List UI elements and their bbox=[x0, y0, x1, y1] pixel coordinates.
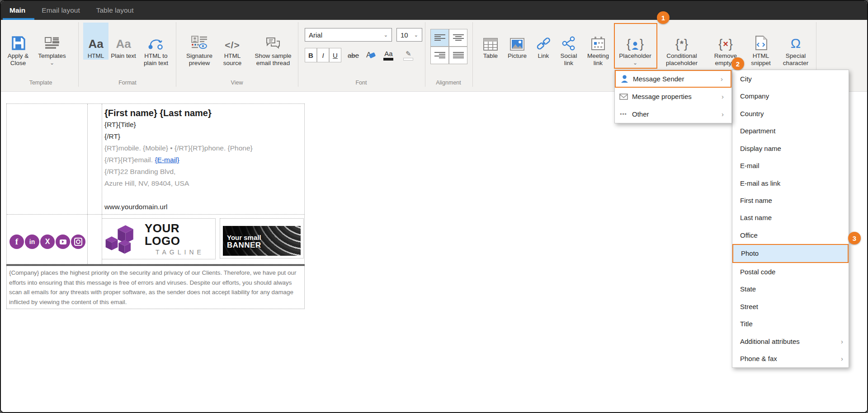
signature-preview-icon bbox=[191, 23, 208, 51]
align-justify-button[interactable] bbox=[449, 47, 467, 64]
signature-phones: {RT}mobile. {Mobile} • {/RT}{RT}phone. {… bbox=[104, 142, 299, 154]
omega-icon: Ω bbox=[791, 23, 801, 51]
submenu-item[interactable]: Postal code bbox=[732, 263, 849, 280]
chevron-down-icon: ⌄ bbox=[50, 61, 54, 65]
submenu-item[interactable]: E-mail bbox=[732, 157, 849, 174]
placeholder-person-icon: { } bbox=[627, 23, 644, 51]
ribbon-tab[interactable]: Table layout bbox=[96, 6, 134, 14]
banner-image[interactable]: Your small BANNER bbox=[220, 218, 304, 258]
submenu-item[interactable]: Country bbox=[732, 105, 849, 122]
html-snippet-button[interactable]: HTML snippet bbox=[747, 23, 775, 66]
disclaimer-text: {Company} places the highest priority on… bbox=[7, 266, 304, 307]
placeholder-button[interactable]: { } Placeholder ⌄ bbox=[615, 23, 656, 65]
group-divider bbox=[425, 22, 425, 87]
group-divider bbox=[176, 22, 176, 87]
underline-button[interactable]: U bbox=[329, 48, 341, 62]
facebook-icon[interactable]: f bbox=[9, 235, 24, 249]
ribbon-tab[interactable]: Main bbox=[9, 6, 25, 14]
instagram-icon[interactable] bbox=[71, 235, 85, 249]
menu-item-message-sender[interactable]: Message Sender › bbox=[615, 70, 731, 88]
submenu-item[interactable]: Phone & fax bbox=[732, 350, 849, 367]
link-button[interactable]: Link bbox=[533, 23, 553, 60]
submenu-item[interactable]: Additional attributes bbox=[732, 333, 849, 350]
format-plain-text-button[interactable]: Aa Plain text bbox=[111, 23, 136, 60]
table-icon bbox=[483, 23, 498, 51]
italic-button[interactable]: I bbox=[317, 48, 329, 62]
submenu-item[interactable]: State bbox=[732, 281, 849, 298]
templates-button[interactable]: Templates ⌄ bbox=[36, 23, 68, 65]
format-html-button[interactable]: Aa HTML bbox=[83, 23, 108, 60]
submenu-item[interactable]: Street bbox=[732, 298, 849, 315]
submenu-arrow-icon: › bbox=[721, 75, 731, 83]
signature-editor-window: Main Email layout Table layout Apply & C… bbox=[0, 0, 868, 413]
x-twitter-icon[interactable]: X bbox=[40, 235, 55, 249]
ellipsis-icon: ••• bbox=[615, 111, 632, 117]
align-right-button[interactable] bbox=[430, 47, 449, 64]
submenu-item[interactable]: Title bbox=[732, 315, 849, 333]
signature-title-line: {RT}{Title} bbox=[104, 119, 299, 131]
signature-preview-button[interactable]: Signature preview bbox=[183, 23, 216, 66]
apply-close-button[interactable]: Apply & Close bbox=[4, 23, 33, 66]
signature-table[interactable]: {First name} {Last name} {RT}{Title} {/R… bbox=[6, 103, 305, 264]
menu-item-message-properties[interactable]: Message properties › bbox=[615, 88, 731, 105]
picture-button[interactable]: Picture bbox=[505, 23, 529, 60]
signature-website: www.yourdomain.url bbox=[104, 201, 299, 213]
envelope-icon bbox=[615, 94, 632, 100]
submenu-item[interactable]: City bbox=[732, 70, 849, 87]
show-sample-thread-button[interactable]: Show sample email thread bbox=[249, 23, 297, 66]
email-placeholder-link[interactable]: {E-mail} bbox=[155, 156, 179, 164]
logo-text: YOUR LOGO TAGLINE bbox=[145, 222, 215, 256]
signature-blank-line bbox=[104, 189, 299, 201]
conditional-placeholder-icon: { * } bbox=[675, 23, 688, 51]
submenu-item[interactable]: Last name bbox=[732, 209, 849, 226]
submenu-item[interactable]: First name bbox=[732, 192, 849, 209]
font-name-combobox[interactable]: Arial ⌄ bbox=[305, 28, 392, 42]
menu-item-other[interactable]: ••• Other › bbox=[615, 105, 731, 123]
group-label-template: Template bbox=[10, 80, 71, 86]
code-icon: </> bbox=[225, 23, 240, 51]
font-size-combobox[interactable]: 10 ⌄ bbox=[396, 28, 422, 42]
social-link-button[interactable]: Social link bbox=[556, 23, 581, 66]
table-row-border bbox=[7, 214, 304, 215]
highlight-color-button[interactable]: ✎ bbox=[403, 50, 413, 61]
signature-text-block[interactable]: {First name} {Last name} {RT}{Title} {/R… bbox=[104, 107, 299, 213]
logo-image[interactable]: YOUR LOGO TAGLINE bbox=[102, 218, 216, 259]
submenu-item[interactable]: E-mail as link bbox=[732, 174, 849, 192]
html-to-plain-button[interactable]: HTML to plain text bbox=[138, 23, 174, 66]
meeting-link-button[interactable]: Meeting link bbox=[584, 23, 612, 66]
floppy-disk-icon bbox=[11, 23, 26, 51]
submenu-item[interactable]: Office bbox=[732, 226, 849, 244]
html-source-button[interactable]: </> HTML source bbox=[218, 23, 246, 66]
group-divider bbox=[298, 22, 298, 87]
signature-address-2: Azure Hill, NV, 89404, USA bbox=[104, 178, 299, 189]
align-left-button[interactable] bbox=[430, 29, 449, 47]
chat-bubbles-icon bbox=[265, 23, 281, 51]
logo-cubes-graphic bbox=[102, 223, 142, 255]
social-icons-row: f in X bbox=[9, 235, 85, 249]
submenu-arrow-icon: › bbox=[722, 93, 731, 100]
align-center-button[interactable] bbox=[449, 29, 467, 47]
chevron-down-icon: ⌄ bbox=[633, 61, 637, 65]
signature-address-1: {/RT}22 Branding Blvd, bbox=[104, 166, 299, 178]
submenu-item[interactable]: Department bbox=[732, 122, 849, 139]
callout-badge-2: 2 bbox=[731, 57, 744, 70]
special-character-button[interactable]: Ω Special character bbox=[779, 23, 812, 66]
font-color-button[interactable]: Aa bbox=[383, 50, 393, 61]
conditional-placeholder-button[interactable]: { * } Conditional placeholder ⌄ bbox=[660, 23, 703, 72]
submenu-item[interactable]: Company bbox=[732, 87, 849, 104]
clear-formatting-button[interactable]: A bbox=[366, 51, 375, 60]
table-button[interactable]: Table bbox=[479, 23, 502, 60]
ribbon-tab[interactable]: Email layout bbox=[42, 6, 80, 14]
html-snippet-icon bbox=[754, 23, 768, 51]
submenu-item[interactable]: Photo bbox=[732, 244, 849, 263]
linkedin-icon[interactable]: in bbox=[25, 235, 39, 249]
bold-button[interactable]: B bbox=[305, 48, 317, 62]
signature-email-line: {/RT}{RT}email. {E-mail} bbox=[104, 154, 299, 166]
banner-graphic: Your small BANNER bbox=[223, 226, 301, 256]
strikethrough-button[interactable]: abe bbox=[348, 52, 359, 59]
person-icon bbox=[616, 75, 633, 83]
youtube-icon[interactable] bbox=[56, 235, 70, 249]
disclaimer-block[interactable]: {Company} places the highest priority on… bbox=[6, 266, 305, 309]
submenu-item[interactable]: Display name bbox=[732, 140, 849, 157]
group-label-view: View bbox=[206, 80, 268, 86]
